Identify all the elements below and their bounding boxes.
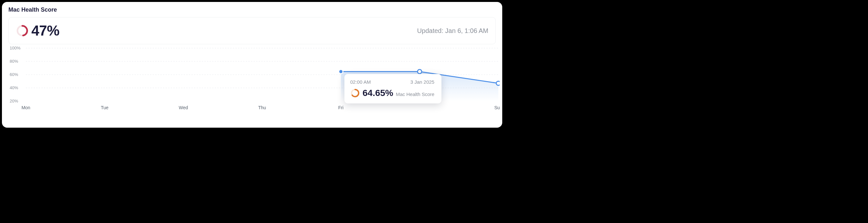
health-score-card: Mac Health Score 47% Updated: Jan 6, 1:0… — [2, 2, 502, 128]
tooltip-label: Mac Health Score — [396, 92, 434, 98]
x-tick-label: Thu — [258, 105, 266, 110]
tooltip-value: 64.65% — [363, 88, 393, 98]
card-title: Mac Health Score — [8, 6, 496, 13]
y-tick-label: 100% — [10, 46, 21, 51]
tooltip-body: 64.65% Mac Health Score — [350, 88, 434, 98]
y-tick-label: 60% — [10, 72, 18, 77]
tooltip-gauge-icon — [350, 88, 360, 98]
tooltip-time: 02:00 AM — [350, 79, 371, 85]
data-point[interactable] — [496, 81, 500, 85]
tooltip-header: 02:00 AM 3 Jan 2025 — [350, 79, 434, 85]
x-tick-label: Mon — [21, 105, 30, 110]
updated-text: Updated: Jan 6, 1:06 AM — [417, 27, 488, 35]
x-tick-label: Tue — [101, 105, 108, 110]
score-value: 47% — [31, 23, 60, 39]
y-tick-label: 40% — [10, 85, 18, 90]
x-tick-label: Sun — [494, 105, 500, 110]
gauge-icon — [16, 24, 29, 37]
tooltip-date: 3 Jan 2025 — [410, 79, 434, 85]
y-tick-label: 80% — [10, 59, 18, 64]
x-tick-label: Wed — [179, 105, 188, 110]
data-point[interactable] — [417, 69, 422, 74]
x-tick-label: Fri — [338, 105, 343, 110]
summary-left: 47% — [16, 23, 60, 39]
data-point-selected[interactable] — [339, 69, 343, 74]
summary-box: 47% Updated: Jan 6, 1:06 AM — [8, 17, 496, 44]
chart-area: 100%80%60%40%20%MonTueWedThuFriSun 02:00… — [8, 46, 496, 114]
y-tick-label: 20% — [10, 99, 18, 103]
chart-tooltip: 02:00 AM 3 Jan 2025 64.65% Mac Health Sc… — [344, 74, 441, 103]
